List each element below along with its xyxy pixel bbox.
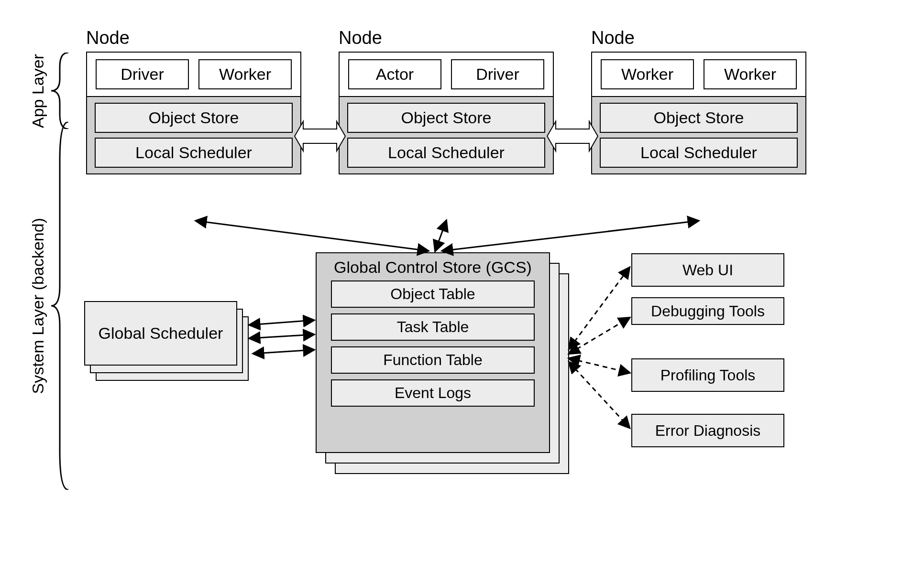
node-2-local-scheduler: Local Scheduler	[600, 138, 798, 168]
arrow-node0-gcs	[196, 221, 428, 251]
gcs-title: Global Control Store (GCS)	[317, 253, 549, 280]
gcs-task-table: Task Table	[331, 313, 535, 341]
gcs-items: Object Table Task Table Function Table E…	[317, 280, 549, 415]
node-1-app-row: Actor Driver	[340, 53, 553, 96]
system-layer-text: System Layer (backend)	[29, 218, 47, 394]
tool-profiling: Profiling Tools	[631, 358, 784, 392]
brace-icon	[50, 122, 69, 490]
gcs-object-table: Object Table	[331, 280, 535, 308]
arrow-gsched-gcs-1	[250, 320, 314, 325]
hollow-arrow-0-1	[295, 121, 345, 151]
arrow-node2-gcs	[442, 221, 698, 251]
arrow-gcs-error	[569, 362, 629, 428]
node-2-app-1: Worker	[704, 59, 797, 89]
arrow-gsched-gcs-3	[253, 350, 314, 354]
node-title-1: Node	[339, 28, 382, 48]
arrow-gsched-gcs-2	[250, 334, 314, 338]
gcs-function-table: Function Table	[331, 346, 535, 374]
node-1-sys-section: Object Store Local Scheduler	[340, 96, 553, 173]
node-0-local-scheduler: Local Scheduler	[95, 138, 293, 168]
arrow-gcs-profiling	[569, 358, 629, 373]
node-box-0: Driver Worker Object Store Local Schedul…	[86, 52, 301, 174]
architecture-diagram: App Layer System Layer (backend) Node No…	[19, 19, 905, 542]
node-0-sys-section: Object Store Local Scheduler	[87, 96, 300, 173]
gcs-stack: Global Control Store (GCS) Object Table …	[316, 252, 569, 482]
node-2-app-row: Worker Worker	[592, 53, 805, 96]
global-scheduler: Global Scheduler	[84, 301, 237, 366]
node-box-1: Actor Driver Object Store Local Schedule…	[339, 52, 554, 174]
global-scheduler-stack: Global Scheduler	[84, 301, 247, 382]
node-0-object-store: Object Store	[95, 103, 293, 133]
brace-icon	[50, 53, 69, 129]
gcs-box: Global Control Store (GCS) Object Table …	[316, 252, 550, 453]
arrow-gcs-webui	[569, 268, 629, 349]
app-layer-text: App Layer	[29, 54, 47, 128]
arrow-gcs-debug	[569, 318, 629, 354]
app-layer-label: App Layer	[29, 53, 69, 129]
node-title-2: Node	[591, 28, 635, 48]
hollow-arrow-1-2	[547, 121, 598, 151]
global-scheduler-label: Global Scheduler	[99, 323, 223, 344]
node-0-app-0: Driver	[96, 59, 189, 89]
node-title-0: Node	[86, 28, 130, 48]
tool-web-ui: Web UI	[631, 253, 784, 287]
node-0-app-1: Worker	[198, 59, 292, 89]
tool-error-diagnosis: Error Diagnosis	[631, 414, 784, 447]
node-box-2: Worker Worker Object Store Local Schedul…	[591, 52, 806, 174]
node-2-app-0: Worker	[601, 59, 694, 89]
gcs-event-logs: Event Logs	[331, 379, 535, 407]
node-1-app-0: Actor	[348, 59, 441, 89]
node-1-object-store: Object Store	[347, 103, 545, 133]
arrow-node1-gcs	[435, 221, 446, 251]
node-2-object-store: Object Store	[600, 103, 798, 133]
node-0-app-row: Driver Worker	[87, 53, 300, 96]
node-1-local-scheduler: Local Scheduler	[347, 138, 545, 168]
system-layer-label: System Layer (backend)	[29, 124, 69, 487]
node-2-sys-section: Object Store Local Scheduler	[592, 96, 805, 173]
tool-debugging: Debugging Tools	[631, 297, 784, 325]
node-1-app-1: Driver	[451, 59, 544, 89]
